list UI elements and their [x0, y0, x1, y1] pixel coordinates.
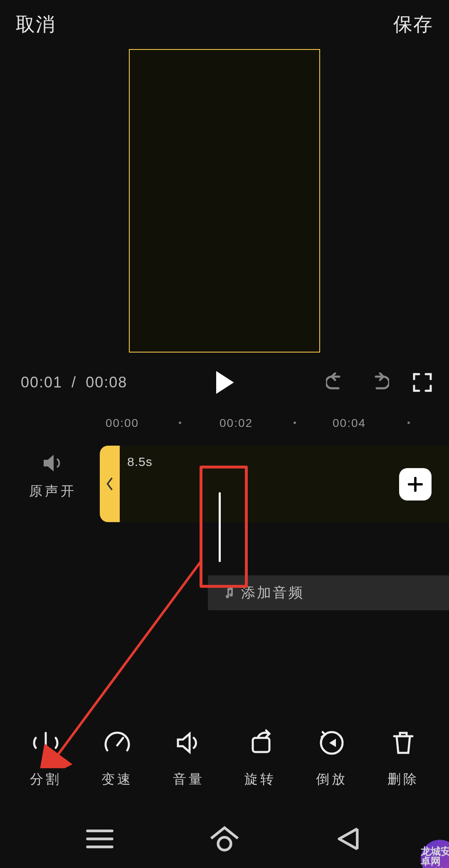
time-separator: / — [72, 374, 76, 391]
time-display: 00:01 / 00:08 — [21, 374, 127, 391]
watermark: 龙城安卓网 www.lcjrfg.com — [399, 818, 449, 868]
split-icon — [30, 727, 62, 759]
redo-button[interactable] — [369, 372, 389, 392]
ruler-tick: 00:02 — [220, 417, 253, 430]
original-sound-toggle[interactable]: 原声开 — [22, 451, 84, 501]
timeline-playhead[interactable] — [219, 492, 221, 562]
split-button[interactable]: 分割 — [17, 727, 75, 789]
save-button[interactable]: 保存 — [393, 12, 433, 37]
watermark-title: 龙城安卓网 — [421, 846, 449, 866]
speed-label: 变速 — [101, 770, 133, 789]
reverse-button[interactable]: 倒放 — [303, 727, 361, 789]
chevron-left-icon — [105, 476, 114, 491]
preview-area — [0, 49, 449, 353]
clip-duration: 8.5s — [127, 455, 153, 469]
playback-controls: 00:01 / 00:08 — [0, 358, 449, 407]
total-time: 00:08 — [86, 374, 127, 391]
video-preview[interactable] — [129, 49, 320, 353]
volume-icon — [173, 727, 205, 759]
delete-button[interactable]: 删除 — [374, 727, 432, 789]
rotate-icon — [244, 727, 276, 759]
cancel-button[interactable]: 取消 — [16, 12, 56, 37]
system-navigation-bar — [0, 810, 449, 868]
svg-point-3 — [218, 837, 231, 850]
current-time: 00:01 — [21, 374, 62, 391]
speed-button[interactable]: 变速 — [88, 727, 146, 789]
ruler-tick: 00:00 — [106, 417, 139, 430]
recent-apps-button[interactable] — [81, 820, 118, 858]
play-icon — [214, 370, 235, 395]
svg-rect-1 — [253, 738, 269, 752]
add-clip-button[interactable] — [399, 468, 432, 501]
back-button[interactable] — [331, 820, 368, 858]
original-sound-label: 原声开 — [22, 482, 84, 501]
reverse-label: 倒放 — [316, 770, 348, 789]
fullscreen-button[interactable] — [412, 372, 432, 392]
play-button[interactable] — [214, 370, 235, 395]
speaker-icon — [41, 451, 64, 475]
timeline-ruler[interactable]: 00:00 00:02 00:04 — [0, 411, 449, 440]
back-icon — [331, 820, 368, 858]
delete-label: 删除 — [387, 770, 419, 789]
fullscreen-icon — [412, 372, 432, 392]
redo-icon — [369, 372, 389, 392]
volume-button[interactable]: 音量 — [160, 727, 218, 789]
bottom-toolbar: 分割 变速 音量 旋转 倒放 删除 — [0, 710, 449, 806]
clip-left-handle[interactable] — [100, 446, 120, 522]
annotation-highlight-box — [200, 466, 248, 588]
ruler-dot — [294, 422, 296, 424]
video-clip[interactable]: 8.5s — [100, 446, 449, 522]
add-audio-label: 添加音频 — [241, 583, 304, 602]
music-note-icon — [223, 587, 235, 599]
menu-icon — [81, 820, 118, 858]
rotate-label: 旋转 — [244, 770, 276, 789]
trash-icon — [387, 727, 419, 759]
undo-button[interactable] — [326, 372, 346, 392]
ruler-tick: 00:04 — [333, 417, 366, 430]
ruler-dot — [407, 422, 410, 424]
undo-icon — [326, 372, 346, 392]
reverse-icon — [316, 727, 348, 759]
volume-label: 音量 — [173, 770, 205, 789]
split-label: 分割 — [30, 770, 62, 789]
rotate-button[interactable]: 旋转 — [231, 727, 289, 789]
home-icon — [206, 820, 243, 858]
ruler-dot — [179, 422, 181, 424]
plus-icon — [407, 476, 423, 492]
speed-icon — [101, 727, 133, 759]
header: 取消 保存 — [0, 0, 449, 49]
home-button[interactable] — [206, 820, 243, 858]
